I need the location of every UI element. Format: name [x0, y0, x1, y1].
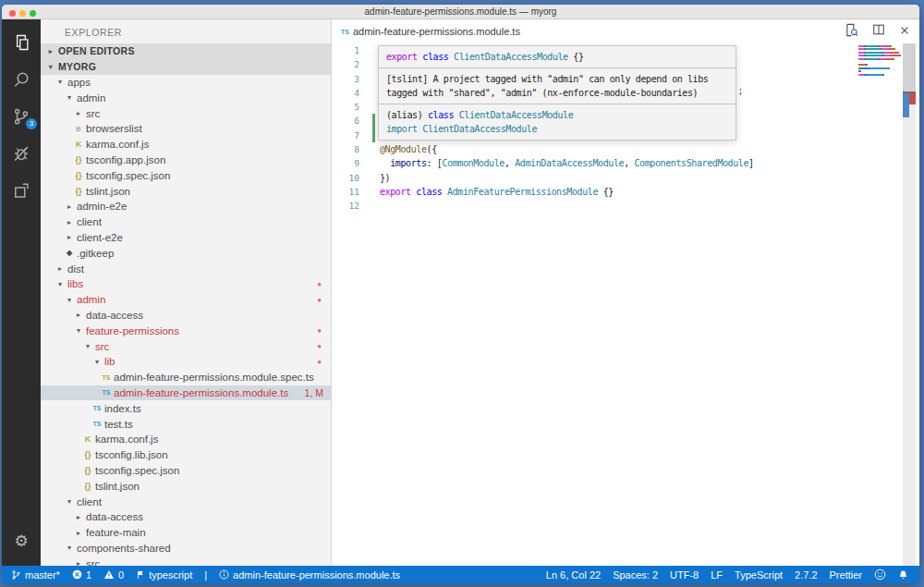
tree-item-src[interactable]: ▸src [41, 105, 331, 121]
section-myorg[interactable]: ▾MYORG [41, 59, 331, 75]
code-line-10[interactable]: 10}) [332, 171, 919, 185]
line-number: 10 [332, 171, 371, 185]
activity-search[interactable] [2, 66, 41, 93]
tree-item-lib[interactable]: ▾lib● [41, 354, 331, 370]
tree-item-karma-conf-js[interactable]: Kkarma.conf.js [41, 432, 331, 447]
status-label: 0 [118, 569, 124, 581]
close-editor-button[interactable] [899, 23, 910, 40]
activity-source-control[interactable]: 3 [2, 103, 41, 130]
status-eol[interactable]: LF [711, 569, 723, 581]
workbench: 3⚙ EXPLORER ▸OPEN EDITORS▾MYORG▾apps▾adm… [2, 19, 919, 566]
line-number: 6 [332, 114, 371, 128]
tree-item-libs[interactable]: ▾libs● [41, 276, 331, 292]
status-encoding[interactable]: UTF-8 [670, 569, 699, 581]
hover-tooltip: export class ClientDataAccessModule {} [… [378, 45, 736, 141]
activity-extensions[interactable] [2, 177, 41, 204]
status-active-file[interactable]: admin-feature-permissions.module.ts [219, 569, 400, 581]
code-line-8[interactable]: 8@NgModule({ [332, 142, 919, 156]
tree-item-label: karma.conf.js [94, 434, 158, 445]
minimap-row [858, 48, 901, 50]
tree-item-client-e2e[interactable]: ▸client-e2e [41, 230, 331, 246]
desktop: { "colors": { "desktop": "#4d7cb8", "sta… [0, 0, 924, 587]
status-label: admin-feature-permissions.module.ts [233, 569, 400, 581]
status-git-branch[interactable]: master* [11, 569, 60, 581]
status-label: master* [25, 569, 60, 581]
tree-item-dist[interactable]: ▸dist [41, 261, 331, 276]
tree-item-tsconfig-app-json[interactable]: {}tsconfig.app.json [41, 153, 331, 168]
tree-item-label: apps [67, 77, 91, 88]
chevron-collapsed-icon: ▸ [54, 264, 67, 273]
settings-gear-icon[interactable]: ⚙ [2, 532, 41, 551]
tree-item-admin[interactable]: ▾admin [41, 90, 331, 105]
tree-item-client[interactable]: ▾client [41, 494, 331, 509]
tree-item-feature-permissions[interactable]: ▾feature-permissions● [41, 323, 331, 338]
status-formatter[interactable]: Prettier [830, 569, 862, 581]
tree-item-tslint-json[interactable]: {}tslint.json [41, 478, 331, 494]
code-line-9[interactable]: 9 imports: [CommonModule, AdminDataAcces… [332, 156, 919, 170]
tree-item-admin-feature-permissions-module-spec-ts[interactable]: TSadmin-feature-permissions.module.spec.… [41, 370, 331, 385]
scrollbar-slider[interactable] [903, 43, 916, 92]
bell-icon [898, 569, 908, 581]
open-changes-button[interactable] [845, 23, 858, 41]
status-notifications[interactable] [898, 569, 908, 581]
hover-signature: export class ClientDataAccessModule {} [379, 46, 736, 67]
tree-item-label: data-access [85, 310, 143, 321]
status-label: Spaces: 2 [613, 569, 658, 581]
activity-debug[interactable] [2, 140, 41, 167]
minimap[interactable] [858, 45, 901, 77]
line-number: 3 [332, 72, 371, 86]
status-indentation[interactable]: Spaces: 2 [613, 569, 658, 581]
tree-item-label: feature-main [85, 527, 146, 538]
status-feedback[interactable] [874, 569, 886, 581]
smiley-icon [874, 569, 886, 581]
minimap-row [858, 67, 901, 69]
tree-item-client[interactable]: ▸client [41, 214, 331, 230]
chevron-expanded-icon: ▾ [63, 544, 76, 552]
tree-item-index-ts[interactable]: TSindex.ts [41, 400, 331, 416]
tree-item-label: admin-feature-permissions.module.ts [113, 387, 288, 398]
ts-blue-file-icon: TS [91, 405, 103, 411]
tab-admin-feature-permissions[interactable]: TS admin-feature-permissions.module.ts [332, 19, 529, 43]
tree-item-feature-main[interactable]: ▸feature-main [41, 525, 331, 541]
tree-item-label: src [85, 558, 100, 566]
tree-item-tsconfig-spec-json[interactable]: {}tsconfig.spec.json [41, 167, 331, 183]
code-line-12[interactable]: 12 [332, 199, 919, 213]
tree-item-gitkeep[interactable]: ◆.gitkeep [41, 245, 331, 261]
tree-item-admin-e2e[interactable]: ▸admin-e2e [41, 199, 331, 214]
status-language-mode[interactable]: TypeScript [735, 569, 783, 581]
code-line-11[interactable]: 11export class AdminFeaturePermissionsMo… [332, 185, 919, 199]
section-open-editors[interactable]: ▸OPEN EDITORS [41, 43, 331, 59]
status-ts-version[interactable]: 2.7.2 [795, 569, 817, 581]
code-editor[interactable]: 123456import { ClientDataAccessModule } … [332, 43, 919, 566]
status-warnings[interactable]: 0 [103, 569, 124, 581]
status-errors[interactable]: 1 [72, 569, 91, 581]
tree-item-data-access[interactable]: ▸data-access [41, 308, 331, 324]
activity-explorer[interactable] [2, 29, 41, 56]
status-tslint[interactable]: typescript [136, 569, 192, 581]
tree-item-label: client [76, 216, 102, 227]
status-label: UTF-8 [670, 569, 699, 581]
tree-item-label: dist [67, 263, 84, 275]
status-cursor-position[interactable]: Ln 6, Col 22 [546, 569, 601, 581]
tree-item-admin-feature-permissions-module-ts[interactable]: TSadmin-feature-permissions.module.ts1, … [41, 385, 331, 401]
flag-icon [136, 569, 145, 581]
minimap-row [858, 58, 901, 60]
modified-dot-badge: ● [317, 296, 322, 304]
list-file-icon: ≡ [72, 124, 85, 134]
tree-item-src[interactable]: ▾src● [41, 338, 331, 354]
tree-item-tsconfig-spec-json[interactable]: {}tsconfig.spec.json [41, 463, 331, 479]
tree-item-browserslist[interactable]: ≡browserslist [41, 121, 331, 137]
tree-item-label: tslint.json [94, 481, 140, 492]
tree-item-src[interactable]: ▸src [41, 556, 331, 566]
tree-item-test-ts[interactable]: TStest.ts [41, 416, 331, 432]
tree-item-tslint-json[interactable]: {}tslint.json [41, 183, 331, 199]
split-editor-button[interactable] [872, 23, 885, 40]
tree-item-tsconfig-lib-json[interactable]: {}tsconfig.lib.json [41, 447, 331, 463]
tree-item-data-access[interactable]: ▸data-access [41, 509, 331, 525]
tree-item-karma-conf-js[interactable]: Kkarma.conf.js [41, 137, 331, 153]
overview-ruler[interactable] [903, 43, 916, 566]
tree-item-admin[interactable]: ▾admin● [41, 292, 331, 308]
chevron-collapsed-icon: ▸ [63, 218, 76, 226]
tree-item-components-shared[interactable]: ▾components-shared [41, 541, 331, 556]
tree-item-apps[interactable]: ▾apps [41, 75, 331, 91]
